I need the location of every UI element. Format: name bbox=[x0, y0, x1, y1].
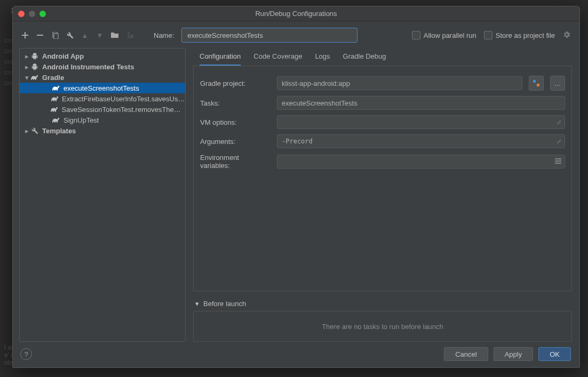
svg-rect-2 bbox=[54, 34, 58, 39]
svg-rect-6 bbox=[555, 161, 561, 162]
gear-icon[interactable] bbox=[562, 30, 572, 40]
folder-button[interactable] bbox=[109, 29, 121, 41]
arguments-input[interactable]: -Precord ⤢ bbox=[277, 134, 565, 148]
move-up-button: ▲ bbox=[79, 29, 91, 41]
name-label: Name: bbox=[154, 31, 174, 39]
before-launch-list: There are no tasks to run before launch bbox=[193, 311, 572, 342]
chevron-right-icon: ▸ bbox=[23, 127, 30, 135]
chevron-right-icon: ▸ bbox=[23, 63, 30, 71]
svg-rect-5 bbox=[555, 158, 561, 159]
expand-icon[interactable]: ⤢ bbox=[557, 119, 561, 126]
tree-item-label: executeScreenshotTests bbox=[63, 84, 139, 92]
tab-gradle-debug[interactable]: Gradle Debug bbox=[343, 49, 386, 66]
copy-config-button[interactable] bbox=[49, 29, 61, 41]
sort-button bbox=[124, 29, 136, 41]
tasks-label: Tasks: bbox=[200, 99, 271, 107]
tree-item-signuptest[interactable]: SignUpTest bbox=[20, 115, 185, 125]
before-launch-header[interactable]: ▾ Before launch bbox=[193, 296, 572, 311]
gradle-icon bbox=[51, 94, 59, 103]
chevron-down-icon: ▾ bbox=[23, 74, 30, 82]
android-icon bbox=[30, 52, 39, 60]
tree-item-label: Android App bbox=[42, 52, 84, 60]
config-name-input[interactable] bbox=[181, 28, 357, 43]
tree-item-templates[interactable]: ▸Templates bbox=[20, 125, 185, 136]
ok-button[interactable]: OK bbox=[538, 347, 571, 361]
help-button[interactable]: ? bbox=[20, 348, 32, 360]
tree-item-label: Templates bbox=[42, 127, 76, 135]
maximize-window-button[interactable] bbox=[39, 11, 46, 17]
env-vars-label: Environment variables: bbox=[200, 154, 271, 170]
tree-item-android-app[interactable]: ▸Android App bbox=[20, 51, 185, 61]
svg-rect-4 bbox=[537, 84, 539, 86]
remove-config-button[interactable] bbox=[34, 29, 46, 41]
expand-icon[interactable]: ⤢ bbox=[557, 138, 561, 145]
tree-item-savesessiontokentest-removesth[interactable]: SaveSessionTokenTest.removesTheSignUpS bbox=[20, 104, 185, 115]
tree-item-label: Gradle bbox=[42, 74, 64, 82]
cancel-button[interactable]: Cancel bbox=[444, 347, 488, 361]
list-icon[interactable] bbox=[555, 158, 561, 166]
allow-parallel-run-checkbox[interactable]: Allow parallel run bbox=[412, 31, 476, 39]
tab-code-coverage[interactable]: Code Coverage bbox=[253, 49, 302, 66]
chevron-right-icon: ▸ bbox=[23, 52, 30, 60]
config-toolbar: ▲ ▼ bbox=[19, 29, 136, 41]
run-debug-configurations-dialog: Run/Debug Configurations ▲ ▼ bbox=[12, 6, 580, 368]
android-icon bbox=[30, 62, 39, 71]
store-as-project-file-checkbox[interactable]: Store as project file bbox=[484, 31, 555, 39]
move-down-button: ▼ bbox=[94, 29, 106, 41]
tasks-input[interactable]: executeScreenshotTests bbox=[277, 96, 565, 110]
tree-item-android-instrumented-tests[interactable]: ▸Android Instrumented Tests bbox=[20, 61, 185, 72]
config-tree: ▸Android App▸Android Instrumented Tests▾… bbox=[19, 48, 186, 342]
tab-configuration[interactable]: Configuration bbox=[200, 49, 241, 66]
apply-button[interactable]: Apply bbox=[494, 347, 534, 361]
gradle-icon bbox=[52, 116, 60, 124]
gradle-project-picker-button[interactable] bbox=[529, 76, 544, 91]
config-tabs: ConfigurationCode CoverageLogsGradle Deb… bbox=[193, 48, 572, 66]
gradle-icon bbox=[52, 84, 60, 92]
svg-rect-3 bbox=[533, 80, 536, 83]
env-vars-input[interactable] bbox=[277, 155, 565, 169]
tree-item-extractfirebaseuserinfotest-sa[interactable]: ExtractFirebaseUserInfoTest.savesUserTok… bbox=[20, 93, 185, 104]
tab-logs[interactable]: Logs bbox=[315, 49, 330, 66]
vm-options-label: VM options: bbox=[200, 118, 271, 126]
add-config-button[interactable] bbox=[19, 29, 31, 41]
chevron-down-icon: ▾ bbox=[195, 300, 199, 308]
tree-item-gradle[interactable]: ▾Gradle bbox=[20, 72, 185, 83]
svg-rect-7 bbox=[555, 163, 561, 164]
tree-item-executescreenshottests[interactable]: executeScreenshotTests bbox=[20, 83, 185, 93]
titlebar[interactable]: Run/Debug Configurations bbox=[13, 6, 579, 21]
tree-item-label: Android Instrumented Tests bbox=[42, 63, 134, 71]
minimize-window-button bbox=[29, 11, 35, 17]
vm-options-input[interactable]: ⤢ bbox=[277, 115, 565, 129]
gradle-icon bbox=[51, 105, 58, 114]
dialog-title: Run/Debug Configurations bbox=[13, 10, 579, 18]
svg-rect-0 bbox=[37, 35, 43, 36]
gradle-project-label: Gradle project: bbox=[200, 79, 271, 87]
tree-item-label: ExtractFirebaseUserInfoTest.savesUserTok… bbox=[62, 95, 185, 103]
arguments-label: Arguments: bbox=[200, 138, 271, 146]
edit-config-button[interactable] bbox=[64, 29, 76, 41]
wrench-icon bbox=[30, 126, 39, 135]
close-window-button[interactable] bbox=[18, 11, 25, 17]
gradle-project-browse-button[interactable]: … bbox=[550, 76, 565, 91]
gradle-project-input[interactable]: klisst-app-android:app bbox=[277, 76, 522, 90]
tree-item-label: SignUpTest bbox=[63, 116, 99, 124]
gradle-icon bbox=[30, 73, 39, 82]
tree-item-label: SaveSessionTokenTest.removesTheSignUpS bbox=[62, 106, 185, 114]
